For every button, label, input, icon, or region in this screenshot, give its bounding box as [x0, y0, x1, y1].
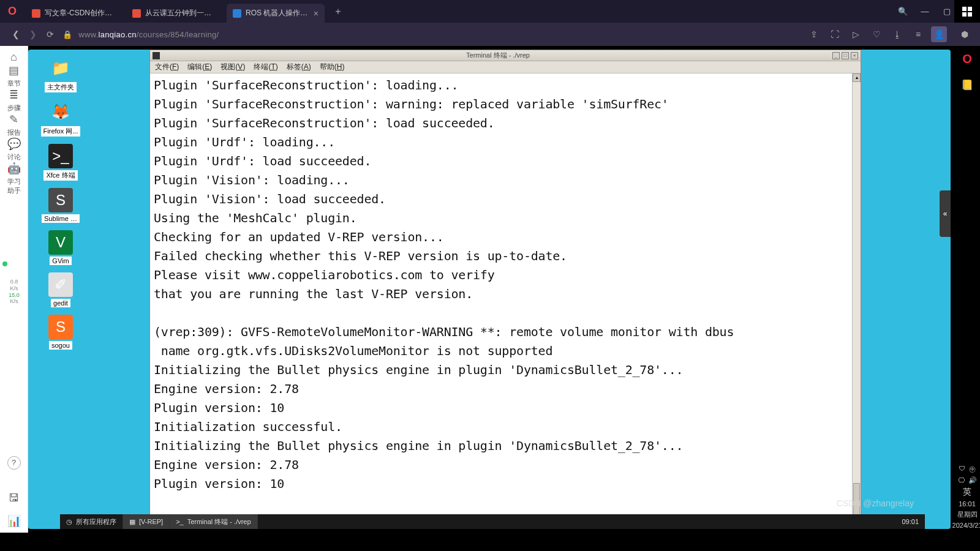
terminal-menu-item[interactable]: 终端(T): [254, 62, 277, 72]
taskbar-item-label: [V-REP]: [139, 518, 163, 525]
tab-favicon: [132, 9, 141, 18]
tab-label: 从云课五分钟到一分钟之…: [145, 8, 218, 18]
desktop-shortcut[interactable]: SSublime …: [39, 188, 82, 223]
shortcut-icon: >_: [48, 144, 73, 168]
shortcut-icon: S: [48, 315, 73, 339]
course-nav-item[interactable]: ≣步骤: [7, 88, 21, 113]
help-icon[interactable]: ?: [7, 456, 21, 470]
shortcut-label: Xfce 终端: [43, 170, 77, 181]
sidebar-app-icon[interactable]: 📒: [959, 77, 975, 92]
virtual-desktop[interactable]: 📁主文件夹🦊Firefox 网...>_Xfce 终端SSublime …VGV…: [28, 50, 951, 529]
desktop-shortcut[interactable]: ✐gedit: [39, 272, 82, 307]
svg-rect-3: [968, 12, 972, 17]
desktop-shortcut[interactable]: >_Xfce 终端: [39, 144, 82, 181]
shortcut-icon: 🦊: [48, 100, 73, 124]
profile-avatar[interactable]: 👤: [931, 26, 947, 42]
shortcut-icon: S: [48, 188, 73, 212]
browser-tab[interactable]: 从云课五分钟到一分钟之…: [126, 4, 224, 23]
term-close-button[interactable]: ×: [851, 52, 858, 59]
desktop-shortcut[interactable]: 📁主文件夹: [39, 56, 82, 92]
tab-favicon: [32, 9, 40, 18]
new-tab-button[interactable]: +: [331, 6, 345, 17]
browser-tab[interactable]: ROS 机器人操作系统初级…×: [227, 4, 325, 23]
taskbar-item-label: 所有应用程序: [76, 517, 116, 527]
taskbar-item[interactable]: ▦[V-REP]: [123, 514, 170, 529]
opera-sidebar: O 📒 🛡 ㊥ 🖵 🔊 英 16:01 星期四 2024/3/21: [954, 46, 980, 533]
terminal-scrollbar[interactable]: ▴ ▾: [852, 73, 861, 528]
windows-start-button[interactable]: [954, 0, 980, 23]
collapse-panel-button[interactable]: «: [940, 190, 951, 237]
taskbar-item[interactable]: ◷所有应用程序: [60, 514, 123, 529]
terminal-menubar: 文件(F)编辑(E)视图(V)终端(T)标签(A)帮助(H): [150, 61, 861, 73]
shortcut-label: Firefox 网...: [41, 126, 81, 137]
tab-close-icon[interactable]: ×: [314, 9, 318, 18]
input-method-icon[interactable]: ㊥: [969, 465, 976, 474]
shortcut-icon: V: [48, 230, 73, 255]
course-nav-icon: ✎: [9, 113, 18, 126]
course-nav-item[interactable]: ▤章节: [7, 64, 21, 88]
course-nav-item[interactable]: 🤖学习 助手: [7, 162, 21, 195]
shortcut-label: sogou: [49, 341, 72, 350]
extension-icon[interactable]: ⬢: [957, 26, 973, 42]
tray-date: 2024/3/21: [952, 522, 980, 529]
reload-button[interactable]: ⟳: [42, 26, 59, 43]
url-prefix: www.: [78, 30, 98, 39]
share-icon[interactable]: ⇪: [806, 26, 822, 42]
vm-taskbar: ◷所有应用程序▦[V-REP]>_Terminal 终端 - ./vrep09:…: [60, 514, 925, 529]
svg-rect-0: [962, 7, 967, 11]
browser-tab[interactable]: 写文章-CSDN创作中心: [26, 4, 124, 23]
terminal-menu-item[interactable]: 编辑(E): [187, 62, 212, 72]
course-nav-label: 报告: [7, 128, 21, 137]
minimize-button[interactable]: —: [914, 0, 936, 23]
taskbar-item-icon: >_: [176, 518, 184, 525]
course-nav-label: 讨论: [7, 152, 21, 162]
course-nav-item[interactable]: 💬讨论: [7, 137, 21, 162]
course-sidebar: ⌂▤章节≣步骤✎报告💬讨论🤖学习 助手 0.8K/s15.0K/s ? 🖫 📊: [0, 46, 28, 533]
course-nav-icon: 💬: [7, 137, 21, 151]
url-path: /courses/854/learning/: [137, 30, 219, 39]
desktop-shortcut[interactable]: VGVim: [39, 230, 82, 265]
play-icon[interactable]: ▷: [848, 26, 864, 42]
snapshot-icon[interactable]: ⛶: [827, 26, 843, 42]
url-field[interactable]: 🔒 www.lanqiao.cn/courses/854/learning/: [62, 30, 219, 39]
terminal-menu-item[interactable]: 视图(V): [221, 62, 245, 72]
ime-indicator[interactable]: 英: [963, 487, 971, 498]
taskbar-item-icon: ◷: [66, 518, 72, 526]
save-icon[interactable]: 🖫: [9, 492, 20, 504]
terminal-menu-item[interactable]: 标签(A): [287, 62, 311, 72]
tab-label: 写文章-CSDN创作中心: [45, 8, 118, 18]
terminal-menu-item[interactable]: 帮助(H): [320, 62, 345, 72]
course-nav-icon: ▤: [9, 64, 19, 77]
sound-icon[interactable]: 🔊: [968, 476, 977, 484]
forward-button: ❯: [24, 26, 42, 43]
menu-icon[interactable]: ≡: [910, 26, 926, 42]
desktop-shortcut[interactable]: Ssogou: [39, 315, 82, 350]
desktop-shortcut[interactable]: 🦊Firefox 网...: [39, 100, 82, 137]
opera-menu-button[interactable]: O: [0, 0, 24, 23]
download-icon[interactable]: ⭳: [889, 26, 905, 42]
tray-weekday: 星期四: [957, 510, 978, 519]
vm-clock: 09:01: [895, 518, 925, 525]
url-host: lanqiao.cn: [99, 30, 137, 39]
stats-icon[interactable]: 📊: [7, 514, 21, 528]
opera-logo-icon[interactable]: O: [962, 46, 972, 72]
shield-icon[interactable]: 🛡: [959, 465, 965, 474]
course-nav-label: 步骤: [7, 103, 21, 113]
terminal-titlebar[interactable]: Terminal 终端 - ./vrep _ □ ×: [150, 50, 861, 61]
display-icon[interactable]: 🖵: [958, 476, 965, 484]
address-bar: ❮ ❯ ⟳ 🔒 www.lanqiao.cn/courses/854/learn…: [0, 23, 980, 46]
heart-icon[interactable]: ♡: [869, 26, 884, 42]
terminal-menu-item[interactable]: 文件(F): [155, 62, 179, 72]
course-nav-item[interactable]: ✎报告: [7, 113, 21, 137]
term-maximize-button[interactable]: □: [842, 52, 849, 59]
taskbar-item[interactable]: >_Terminal 终端 - ./vrep: [170, 514, 257, 529]
scroll-up-button[interactable]: ▴: [853, 73, 861, 82]
net-speed-readout: 0.8K/s15.0K/s: [0, 279, 28, 305]
terminal-title-icon: [153, 52, 160, 59]
course-nav-item[interactable]: ⌂: [7, 51, 21, 64]
search-icon[interactable]: 🔍: [892, 0, 914, 23]
term-minimize-button[interactable]: _: [832, 52, 840, 59]
back-button[interactable]: ❮: [7, 26, 24, 43]
terminal-body[interactable]: Plugin 'SurfaceReconstruction': loading.…: [150, 73, 861, 528]
browser-titlebar: O 写文章-CSDN创作中心从云课五分钟到一分钟之…ROS 机器人操作系统初级……: [0, 0, 980, 23]
